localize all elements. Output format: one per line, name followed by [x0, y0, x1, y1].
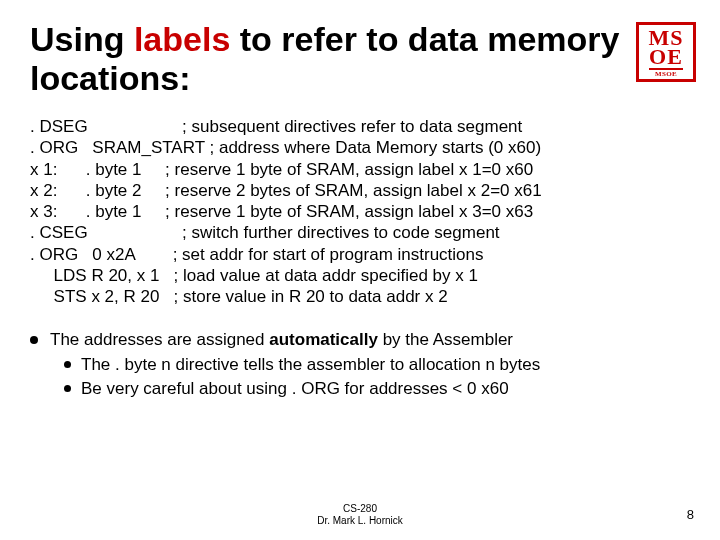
code-line-6: . ORG 0 x2A ; set addr for start of prog…	[30, 245, 484, 264]
code-line-2: x 1: . byte 1 ; reserve 1 byte of SRAM, …	[30, 160, 533, 179]
bullet-sub-1-text: The . byte n directive tells the assembl…	[81, 354, 540, 376]
bullet-main-pre: The addresses are assigned	[50, 330, 269, 349]
bullet-sub-2: Be very careful about using . ORG for ad…	[64, 378, 690, 400]
bullet-icon	[30, 336, 38, 344]
code-line-8: STS x 2, R 20 ; store value in R 20 to d…	[30, 287, 448, 306]
logo-row-3: MSOE	[639, 71, 693, 78]
bullet-main-post: by the Assembler	[378, 330, 513, 349]
bullet-icon	[64, 385, 71, 392]
page-number: 8	[687, 507, 694, 522]
code-line-0: . DSEG ; subsequent directives refer to …	[30, 117, 522, 136]
page-title: Using labels to refer to data memory loc…	[30, 20, 690, 98]
bullet-main-bold: automatically	[269, 330, 378, 349]
code-line-7: LDS R 20, x 1 ; load value at data addr …	[30, 266, 478, 285]
title-pre: Using	[30, 20, 134, 58]
footer-course: CS-280	[0, 503, 720, 515]
code-line-4: x 3: . byte 1 ; reserve 1 byte of SRAM, …	[30, 202, 533, 221]
title-emph: labels	[134, 20, 230, 58]
bullet-list: The addresses are assigned automatically…	[30, 329, 690, 399]
bullet-main-text: The addresses are assigned automatically…	[50, 329, 513, 351]
logo-row-2: OE	[649, 47, 683, 70]
code-line-3: x 2: . byte 2 ; reserve 2 bytes of SRAM,…	[30, 181, 542, 200]
code-line-1: . ORG SRAM_START ; address where Data Me…	[30, 138, 541, 157]
msoe-logo: MS OE MSOE	[636, 22, 696, 82]
footer-author: Dr. Mark L. Hornick	[0, 515, 720, 527]
code-block: . DSEG ; subsequent directives refer to …	[30, 116, 690, 307]
code-line-5: . CSEG ; switch further directives to co…	[30, 223, 500, 242]
bullet-sub-2-text: Be very careful about using . ORG for ad…	[81, 378, 509, 400]
bullet-main: The addresses are assigned automatically…	[30, 329, 690, 351]
slide: MS OE MSOE Using labels to refer to data…	[0, 0, 720, 540]
bullet-sub-1: The . byte n directive tells the assembl…	[64, 354, 690, 376]
footer: CS-280 Dr. Mark L. Hornick	[0, 503, 720, 526]
bullet-icon	[64, 361, 71, 368]
